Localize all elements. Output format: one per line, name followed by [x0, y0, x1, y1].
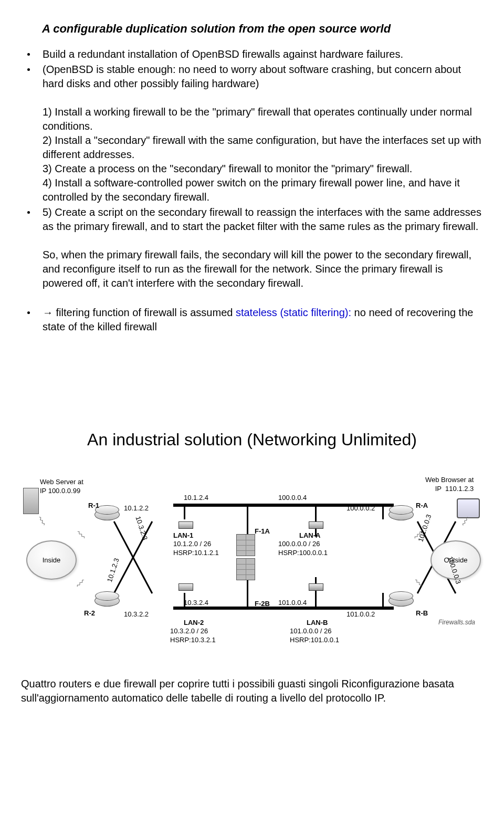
text: So, when the primary firewall fails, the… — [43, 249, 471, 289]
list-item: → filtering function of firewall is assu… — [21, 306, 483, 334]
lan-switch-icon — [178, 583, 193, 591]
ip-label: 101.0.0.2 — [346, 610, 375, 619]
server-icon — [23, 488, 39, 514]
ip-label: 100.0.0.2 — [346, 504, 375, 513]
bullet-icon — [27, 311, 30, 314]
ip-label: 10.1.2.3 — [105, 557, 121, 583]
router-label: R-1 — [88, 501, 99, 510]
list-item: 5) Create a script on the secondary fire… — [21, 205, 483, 290]
link-line — [247, 577, 248, 608]
lan-label: LAN-1 — [173, 531, 193, 540]
ip-label: 10.3.2.4 — [184, 598, 208, 608]
link-line — [382, 504, 384, 519]
ip-label: 10.1.2.4 — [184, 493, 208, 503]
text: 4) Install a software-controlled power s… — [43, 177, 460, 203]
lan-sublabel: 10.1.2.0 / 26 HSRP:10.1.2.1 — [173, 539, 219, 558]
list-item: Build a redundant installation of OpenBS… — [21, 47, 483, 61]
ip-label: 10.1.2.2 — [124, 504, 149, 513]
bullet-text: Build a redundant installation of OpenBS… — [43, 47, 483, 61]
link-line — [315, 577, 317, 608]
ip-label: 10.3.2.2 — [124, 610, 149, 619]
lan-switch-icon — [178, 521, 193, 529]
lan-sublabel: 100.0.0.0 / 26 HSRP:100.0.0.1 — [278, 539, 328, 558]
bus-line — [284, 504, 394, 507]
lan-switch-icon — [309, 583, 323, 591]
cloud-label: Inside — [43, 556, 61, 565]
router-label: R-A — [416, 501, 428, 510]
router-label: R-B — [416, 609, 428, 618]
router-label: R-2 — [84, 609, 95, 618]
text: 3) Create a process on the "secondary" f… — [43, 163, 412, 174]
bus-line — [173, 504, 284, 507]
ip-label: 101.0.0.3 — [416, 513, 433, 543]
router-icon — [94, 595, 120, 607]
cloud-inside-icon: Inside — [26, 540, 77, 580]
link-icon: 〰 — [73, 527, 89, 543]
lan-sublabel: 10.3.2.0 / 26 HSRP:10.3.2.1 — [170, 626, 216, 645]
link-line — [382, 593, 384, 608]
bullet-text: 5) Create a script on the secondary fire… — [43, 205, 483, 290]
link-line — [247, 505, 248, 537]
firewall-label: F-1A — [255, 527, 270, 536]
text: 2) Install a "secondary" firewall with t… — [43, 134, 481, 160]
list-item: (OpenBSD is stable enough: no need to wo… — [21, 62, 483, 204]
lan-label: LAN-2 — [184, 618, 204, 628]
server-label: Web Server at IP 100.0.0.99 — [40, 477, 83, 496]
file-label: Firewalls.sda — [438, 618, 475, 626]
text: 5) Create a script on the secondary fire… — [43, 206, 481, 232]
emphasis-text: stateless (static filtering): — [236, 307, 351, 318]
network-diagram: Web Server at IP 100.0.0.99 Web Browser … — [21, 472, 483, 656]
lan-label: LAN-A — [299, 531, 320, 540]
lan-sublabel: 101.0.0.0 / 26 HSRP:101.0.0.1 — [290, 626, 339, 645]
link-icon: 〰 — [34, 514, 49, 529]
ip-label: 101.0.0.4 — [278, 598, 307, 608]
router-icon — [94, 509, 120, 520]
text: 1) Install a working firewall to be the … — [43, 106, 472, 132]
browser-icon — [457, 498, 480, 518]
link-line — [184, 504, 185, 519]
section-title-2: An industrial solution (Networking Unlim… — [21, 429, 483, 451]
bullet-text: → filtering function of firewall is assu… — [43, 306, 483, 334]
ip-label: 100.0.0.4 — [278, 493, 307, 503]
firewall-icon — [236, 534, 255, 556]
bullet-text: (OpenBSD is stable enough: no need to wo… — [43, 62, 483, 204]
lan-label: LAN-B — [307, 618, 328, 628]
link-icon: 〰 — [411, 576, 426, 591]
text: → filtering function of firewall is assu… — [43, 307, 236, 318]
link-icon: 〰 — [73, 576, 89, 591]
bullet-icon — [27, 211, 30, 214]
firewall-icon — [236, 558, 255, 580]
bullet-icon — [27, 68, 30, 71]
lan-switch-icon — [309, 521, 323, 529]
router-icon — [388, 509, 414, 520]
router-icon — [388, 595, 414, 607]
bullet-icon — [27, 53, 30, 56]
firewall-label: F-2B — [255, 599, 270, 609]
section-title-1: A configurable duplication solution from… — [42, 21, 483, 37]
text: (OpenBSD is stable enough: no need to wo… — [43, 64, 461, 89]
final-paragraph: Quattro routers e due firewall per copri… — [21, 677, 483, 705]
browser-label: Web Browser at IP 110.1.2.3 — [425, 475, 474, 494]
